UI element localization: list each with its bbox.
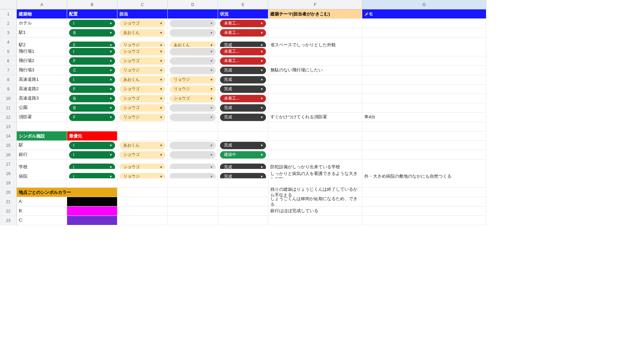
col-head-G[interactable]: G [362, 0, 486, 9]
cell-10-A[interactable]: 高速道路3 [17, 94, 67, 103]
cell-5-A[interactable]: 飛行場1 [17, 47, 67, 56]
row-head-22[interactable]: 22 [0, 206, 17, 216]
cell-9-A[interactable]: 高速道路2 [17, 84, 67, 94]
cell-21-A[interactable]: A: [17, 197, 67, 206]
pill-C-8[interactable]: あおくん▼ [119, 76, 165, 83]
pill-B-8[interactable]: I▼ [69, 76, 115, 83]
pill-D-10[interactable]: ショウゴ▼ [170, 95, 216, 102]
header-cell-F[interactable]: 建築テーマ(担当者がかきこむ) [268, 9, 362, 19]
cell-20-A[interactable]: 地点ごとのシンボルカラー [17, 188, 117, 197]
pill-E-8[interactable]: 完成▼ [220, 76, 266, 83]
row-head-2[interactable]: 2 [0, 19, 17, 28]
col-head-A[interactable]: A [17, 0, 67, 9]
pill-C-12[interactable]: リョウジ▼ [119, 114, 165, 121]
pill-B-5[interactable]: I▼ [69, 48, 115, 55]
pill-D-5[interactable]: ▼ [170, 48, 216, 55]
pill-E-9[interactable]: 完成▼ [220, 85, 266, 93]
pill-E-12[interactable]: 完成▼ [220, 114, 266, 121]
pill-B-11[interactable]: B▼ [69, 104, 115, 112]
row-head-16[interactable]: 16 [0, 150, 17, 160]
cell-6-A[interactable]: 飛行場2 [17, 56, 67, 66]
header-cell-G[interactable]: メモ [362, 9, 486, 19]
col-head-D[interactable]: D [168, 0, 218, 9]
cell-21-F[interactable]: しょうごくんは林間が延期になるため、できる [268, 197, 362, 206]
row-head-23[interactable]: 23 [0, 216, 17, 225]
cell-14-A[interactable]: シンボル施設 [17, 131, 67, 141]
pill-C-3[interactable]: あおくん▼ [119, 29, 165, 37]
row-head-11[interactable]: 11 [0, 103, 17, 113]
pill-C-7[interactable]: リョウジ▼ [119, 67, 165, 74]
cell-8-A[interactable]: 高速道路1 [17, 75, 67, 84]
pill-C-6[interactable]: ショウゴ▼ [119, 57, 165, 65]
row-head-8[interactable]: 8 [0, 75, 17, 84]
row-head-5[interactable]: 5 [0, 47, 17, 56]
pill-E-2[interactable]: 未着工...▼ [220, 20, 266, 27]
pill-E-3[interactable]: 未着工...▼ [220, 29, 266, 37]
pill-C-10[interactable]: ショウゴ▼ [119, 95, 165, 102]
header-cell-E[interactable]: 状況 [218, 9, 268, 19]
cell-7-F[interactable]: 無駄のない飛行場にしたい [268, 66, 362, 75]
col-head-C[interactable]: C [117, 0, 168, 9]
pill-C-2[interactable]: ショウゴ▼ [119, 20, 165, 27]
col-head-F[interactable]: F [268, 0, 362, 9]
pill-B-7[interactable]: C▼ [69, 67, 115, 74]
pill-B-6[interactable]: F▼ [69, 57, 115, 65]
row-head-19[interactable]: 19 [0, 178, 17, 188]
pill-B-10[interactable]: B▼ [69, 95, 115, 102]
cell-14-B[interactable]: 最優先 [67, 131, 117, 141]
header-cell-C[interactable]: 担当 [117, 9, 168, 19]
row-head-3[interactable]: 3 [0, 28, 17, 38]
pill-D-9[interactable]: リョウジ▼ [170, 85, 216, 93]
pill-E-5[interactable]: 未着工...▼ [220, 48, 266, 55]
pill-E-7[interactable]: 完成▼ [220, 67, 266, 74]
pill-D-15[interactable]: ▼ [170, 142, 216, 149]
pill-D-7[interactable]: ▼ [170, 67, 216, 74]
row-head-7[interactable]: 7 [0, 66, 17, 75]
col-head-E[interactable]: E [218, 0, 268, 9]
row-head-14[interactable]: 14 [0, 131, 17, 141]
pill-C-5[interactable]: ショウゴ▼ [119, 48, 165, 55]
row-head-6[interactable]: 6 [0, 56, 17, 66]
pill-E-15[interactable]: 完成▼ [220, 142, 266, 149]
row-head-20[interactable]: 20 [0, 188, 17, 197]
pill-C-11[interactable]: ショウゴ▼ [119, 104, 165, 112]
row-head-13[interactable]: 13 [0, 122, 17, 131]
pill-B-3[interactable]: B▼ [69, 29, 115, 37]
pill-D-12[interactable]: ▼ [170, 114, 216, 121]
cell-11-A[interactable]: 公園 [17, 103, 67, 113]
cell-22-F[interactable]: 銀行はほぼ完成している [268, 206, 362, 216]
pill-D-2[interactable]: ▼ [170, 20, 216, 27]
cell-12-A[interactable]: 消防署 [17, 113, 67, 122]
header-cell-D[interactable] [168, 9, 218, 19]
cell-2-A[interactable]: ホテル [17, 19, 67, 28]
pill-E-10[interactable]: 未着工...▼ [220, 95, 266, 102]
pill-E-6[interactable]: 未着工...▼ [220, 57, 266, 65]
row-head-12[interactable]: 12 [0, 113, 17, 122]
row-head-9[interactable]: 9 [0, 84, 17, 94]
pill-B-2[interactable]: I▼ [69, 20, 115, 27]
header-cell-B[interactable]: 配置 [67, 9, 117, 19]
row-head-21[interactable]: 21 [0, 197, 17, 206]
cell-7-A[interactable]: 飛行場3 [17, 66, 67, 75]
pill-C-15[interactable]: あおくん▼ [119, 142, 165, 149]
pill-C-9[interactable]: ショウゴ▼ [119, 85, 165, 93]
cell-12-F[interactable]: すぐかけつけてくれる消防署 [268, 113, 362, 122]
pill-B-15[interactable]: I▼ [69, 142, 115, 149]
pill-E-11[interactable]: 完成▼ [220, 104, 266, 112]
cell-3-A[interactable]: 駅1 [17, 28, 67, 38]
pill-B-9[interactable]: F▼ [69, 85, 115, 93]
row-head-1[interactable]: 1 [0, 9, 17, 19]
row-head-10[interactable]: 10 [0, 94, 17, 103]
col-head-B[interactable]: B [67, 0, 117, 9]
pill-B-12[interactable]: F▼ [69, 114, 115, 121]
pill-D-16[interactable]: ▼ [170, 151, 216, 159]
pill-B-16[interactable]: I▼ [69, 151, 115, 159]
cell-16-A[interactable]: 銀行 [17, 150, 67, 160]
pill-D-11[interactable]: ▼ [170, 104, 216, 112]
header-cell-A[interactable]: 建築物 [17, 9, 67, 19]
pill-D-6[interactable]: ▼ [170, 57, 216, 65]
cell-22-A[interactable]: B: [17, 206, 67, 216]
pill-C-16[interactable]: ショウゴ▼ [119, 151, 165, 159]
cell-20-F[interactable]: 残りの建築はりょうじくんは終了しているから手伝える [268, 188, 362, 197]
cell-15-A[interactable]: 駅 [17, 141, 67, 150]
